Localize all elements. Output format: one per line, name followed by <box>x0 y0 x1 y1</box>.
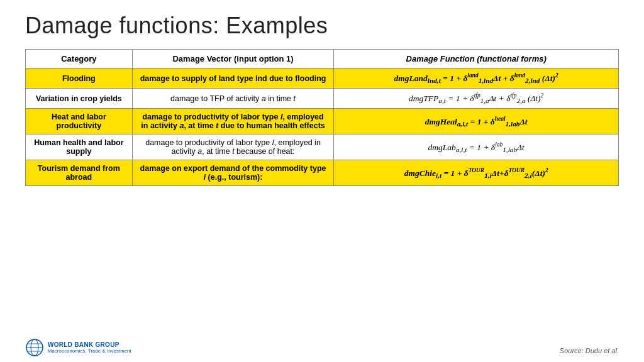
table-row-function: dmgLaba,l,t = 1 + δlab1,labΔt <box>334 134 619 160</box>
damage-functions-table: Category Damage Vector (input option 1) … <box>25 49 619 186</box>
table-row-vector: damage to supply of land type lnd due to… <box>132 69 334 89</box>
table-row-category: Variation in crop yields <box>26 89 133 109</box>
table-row-function: dmgChiei,t = 1 + δTOUR1,iΔt+δTOUR2,i(Δt)… <box>334 160 619 186</box>
table-row-category: Heat and labor productivity <box>26 109 133 134</box>
world-bank-subtitle: Macroeconomics, Trade & Investment <box>48 348 131 354</box>
world-bank-globe-icon <box>25 338 44 357</box>
table-row-vector: damage to productivity of labor type l, … <box>132 109 334 134</box>
col-header-vector: Damage Vector (input option 1) <box>132 50 334 69</box>
world-bank-text: WORLD BANK GROUP Macroeconomics, Trade &… <box>48 341 131 354</box>
world-bank-logo: WORLD BANK GROUP Macroeconomics, Trade &… <box>25 338 131 357</box>
col-header-function: Damage Function (functional forms) <box>334 50 619 69</box>
page: Damage functions: Examples Category Dama… <box>0 0 644 362</box>
table-row-function: dmgTFPa,t = 1 + δtfp1,aΔt + δtfp2,a (Δt)… <box>334 89 619 109</box>
table-row-function: dmgHeala,l,t = 1 + δheal1,labΔt <box>334 109 619 134</box>
table-row-vector: damage to productivity of labor type l, … <box>132 134 334 160</box>
page-title: Damage functions: Examples <box>25 13 619 39</box>
table-row-function: dmgLandlnd,t = 1 + δland1,lndΔt + δland2… <box>334 69 619 89</box>
table-row-vector: damage on export demand of the commodity… <box>132 160 334 186</box>
world-bank-name: WORLD BANK GROUP <box>48 341 131 348</box>
table-row-category: Flooding <box>26 69 133 89</box>
table-row-category: Tourism demand from abroad <box>26 160 133 186</box>
source-citation: Source: Dudu et al. <box>560 347 619 354</box>
col-header-category: Category <box>26 50 133 69</box>
table-row-category: Human health and labor supply <box>26 134 133 160</box>
table-row-vector: damage to TFP of activity a in time t <box>132 89 334 109</box>
